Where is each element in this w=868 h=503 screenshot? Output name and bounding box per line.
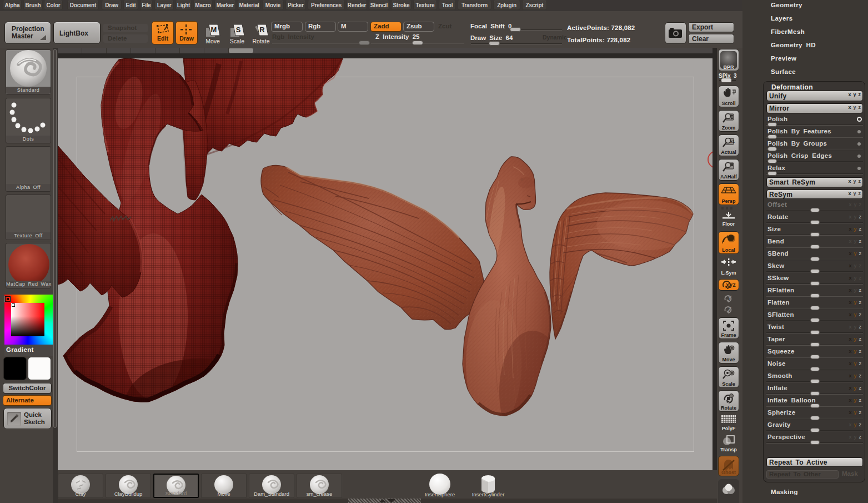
svg-text:S: S — [236, 26, 241, 34]
svg-text:Z: Z — [728, 306, 731, 312]
svg-text:Y: Y — [728, 295, 732, 301]
svg-text:R: R — [259, 26, 265, 34]
svg-text:xyz: xyz — [726, 281, 736, 288]
svg-text:x1: x1 — [730, 140, 735, 143]
svg-text:M: M — [211, 26, 217, 34]
